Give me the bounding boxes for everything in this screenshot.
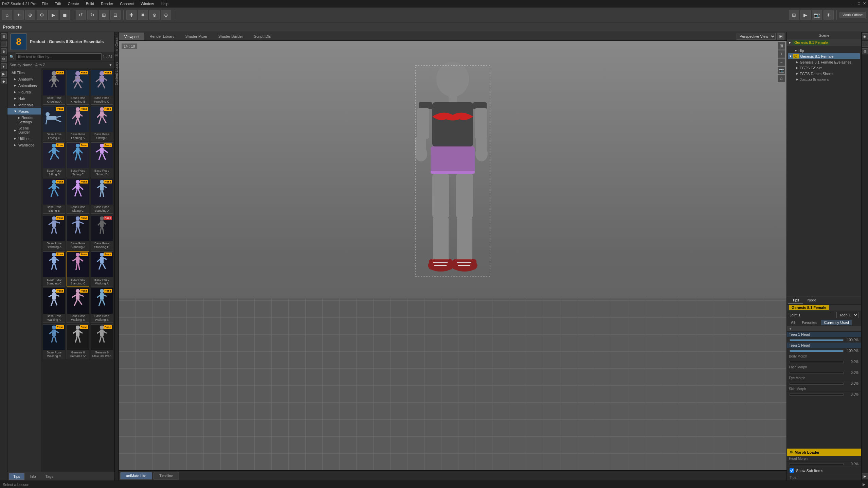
toolbar-btn-13[interactable]: ⊗ — [149, 10, 160, 20]
list-item[interactable]: Pose Base Pose Walking B — [91, 288, 113, 323]
vp-ctrl-zoom-out[interactable]: − — [778, 58, 785, 66]
window-minimize[interactable]: — — [851, 1, 855, 6]
window-close[interactable]: ✕ — [863, 1, 866, 6]
menu-file[interactable]: File — [40, 1, 49, 6]
nav-wardrobe[interactable]: ▸ Wardrobe — [7, 142, 41, 148]
viewport-view-select[interactable]: Perspective View Front View Side View To… — [737, 33, 776, 40]
node-tab-node[interactable]: Node — [803, 297, 820, 303]
list-item[interactable]: Pose Base Pose Walking A — [43, 288, 65, 323]
menu-build[interactable]: Build — [85, 1, 95, 6]
nav-scene-builder[interactable]: ▸ Scene Builder — [7, 125, 41, 135]
toolbar-btn-2[interactable]: ✦ — [14, 10, 24, 20]
search-input[interactable] — [16, 53, 102, 60]
nav-materials[interactable]: ▸ Materials — [7, 102, 41, 108]
vp-ctrl-expand[interactable]: ⊞ — [778, 42, 785, 50]
list-item[interactable]: Pose Base Pose Kneeling C — [91, 70, 113, 105]
viewport[interactable]: 14 : 10 — [119, 41, 786, 470]
toolbar-view-btn[interactable]: ⊞ — [789, 10, 799, 20]
morph-head-slider[interactable] — [790, 339, 844, 341]
list-item[interactable]: Pose Base Pose Walking A — [91, 251, 113, 286]
list-item[interactable]: Pose Base Pose Sitting D — [91, 142, 113, 177]
toolbar-light-btn[interactable]: ☀ — [824, 10, 834, 20]
list-item[interactable]: Pose Base Pose Standing C — [67, 251, 89, 286]
menu-edit[interactable]: Edit — [53, 1, 62, 6]
sidebar-icon-1[interactable]: ⊞ — [1, 33, 7, 39]
menu-create[interactable]: Create — [67, 1, 80, 6]
menu-help[interactable]: Help — [159, 1, 170, 6]
morph-skin-select[interactable]: Teen 1 Skin 1 Child 1 — [836, 312, 858, 318]
tab-shader-builder[interactable]: Shader Builder — [213, 33, 249, 40]
right-tab-scene[interactable]: Scene — [787, 32, 861, 39]
list-item[interactable]: Pose Base Pose Sitting A — [91, 106, 113, 141]
menu-render[interactable]: Render — [100, 1, 114, 6]
tab-shader-mixer[interactable]: Shader Mixer — [180, 33, 213, 40]
toolbar-cam-btn[interactable]: 📷 — [812, 10, 822, 20]
toolbar-btn-12[interactable]: ✖ — [138, 10, 148, 20]
tab-tips[interactable]: Tips — [9, 473, 24, 480]
nav-animations[interactable]: ▸ Animations — [7, 82, 41, 89]
far-right-icon-1[interactable]: ◉ — [862, 33, 868, 39]
far-right-icon-2[interactable]: ☰ — [862, 41, 868, 47]
list-item[interactable]: Pose Base Pose Leaning A — [67, 106, 89, 141]
filter-all[interactable]: All — [788, 320, 798, 325]
toolbar-btn-5[interactable]: ▶ — [48, 10, 58, 20]
vp-ctrl-camera[interactable]: 📷 — [778, 67, 785, 74]
scene-item-eyelashes[interactable]: ▸ Genesis 8.1 Female Eyelashes — [788, 59, 860, 65]
tab-animate-lite[interactable]: aniMate Lite — [120, 472, 152, 480]
vp-ctrl-home[interactable]: ⌂ — [778, 75, 785, 82]
scene-item-tshirt[interactable]: ▸ FGTS T-Shirt — [788, 65, 860, 71]
filter-favorites[interactable]: Favorites — [799, 320, 820, 325]
morph-head2-slider[interactable] — [790, 350, 844, 352]
tab-render-library[interactable]: Render Library — [144, 33, 180, 40]
nav-all-files[interactable]: All Files — [7, 70, 41, 76]
toolbar-btn-4[interactable]: ⚙ — [37, 10, 47, 20]
list-item[interactable]: Pose Base Pose Standing A — [43, 215, 65, 250]
nav-hair[interactable]: ▸ Hair — [7, 95, 41, 102]
scene-item-sneakers[interactable]: ▸ JosLoo Sneakers — [788, 76, 860, 82]
toolbar-btn-1[interactable]: ⌂ — [2, 10, 12, 20]
scene-item-genesis-female[interactable]: ▾ ⬡ Genesis 8.1 Female — [788, 53, 860, 59]
list-item[interactable]: Pose Base Pose Walking B — [67, 288, 89, 323]
node-tab-tips[interactable]: Tips — [788, 297, 803, 303]
toolbar-btn-14[interactable]: ⊕ — [161, 10, 171, 20]
slider-3[interactable] — [790, 361, 844, 363]
nav-poses[interactable]: ▾ Poses — [7, 108, 41, 115]
list-item[interactable]: Pose Base Pose Sitting C — [67, 179, 89, 214]
sidebar-icon-6[interactable]: ▶ — [1, 71, 7, 77]
list-item[interactable]: Pose Base Pose Kneeling B — [67, 70, 89, 105]
menu-connect[interactable]: Connect — [119, 1, 135, 6]
scene-item-hip[interactable]: ▸ Hip — [788, 48, 860, 53]
list-item[interactable]: Pose Base Pose Standing A — [91, 179, 113, 214]
far-right-icon-3[interactable]: ⚙ — [862, 48, 868, 54]
sidebar-icon-7[interactable]: ◆ — [1, 78, 7, 84]
tab-timeline[interactable]: Timeline — [153, 472, 179, 480]
list-item[interactable]: Pose Base Pose Sitting C — [67, 142, 89, 177]
nav-figures[interactable]: ▸ Figures — [7, 89, 41, 95]
tab-tags[interactable]: Tags — [41, 473, 58, 480]
work-offline-button[interactable]: Work Offline — [839, 12, 866, 18]
morph-loader-block[interactable]: ⊕ Morph Loader — [787, 449, 861, 456]
tab-viewport[interactable]: Viewport — [119, 33, 144, 40]
tab-info[interactable]: Info — [25, 473, 40, 480]
sidebar-icon-3[interactable]: ⊕ — [1, 48, 7, 54]
toolbar-btn-10[interactable]: ⊟ — [110, 10, 121, 20]
menu-window[interactable]: Window — [139, 1, 155, 6]
list-item[interactable]: Pose Base Pose Laying C — [43, 106, 65, 141]
slider-extra-1-track[interactable] — [790, 463, 844, 465]
list-item[interactable]: Pose Base Pose Standing A — [67, 215, 89, 250]
list-item[interactable]: Pose Genesis 8 Female UV Prep Pose — [67, 324, 89, 359]
slider-4[interactable] — [790, 372, 844, 374]
toolbar-btn-3[interactable]: ⊕ — [25, 10, 35, 20]
list-item[interactable]: Pose Base Pose Standing D — [91, 215, 113, 250]
tab-script-ide[interactable]: Script IDE — [249, 33, 276, 40]
nav-utilities[interactable]: ▸ Utilities — [7, 135, 41, 142]
sidebar-icon-5[interactable]: ♦ — [1, 63, 7, 69]
toolbar-btn-8[interactable]: ↻ — [87, 10, 97, 20]
vp-ctrl-zoom-in[interactable]: + — [778, 50, 785, 58]
toolbar-btn-6[interactable]: ◼ — [60, 10, 70, 20]
toolbar-btn-11[interactable]: ✚ — [126, 10, 137, 20]
window-maximize[interactable]: □ — [858, 1, 860, 6]
list-item[interactable]: Pose Base Pose Standing C — [43, 251, 65, 286]
list-item[interactable]: Pose Base Pose Kneeling A — [43, 70, 65, 105]
sidebar-icon-4[interactable]: ⚙ — [1, 56, 7, 62]
